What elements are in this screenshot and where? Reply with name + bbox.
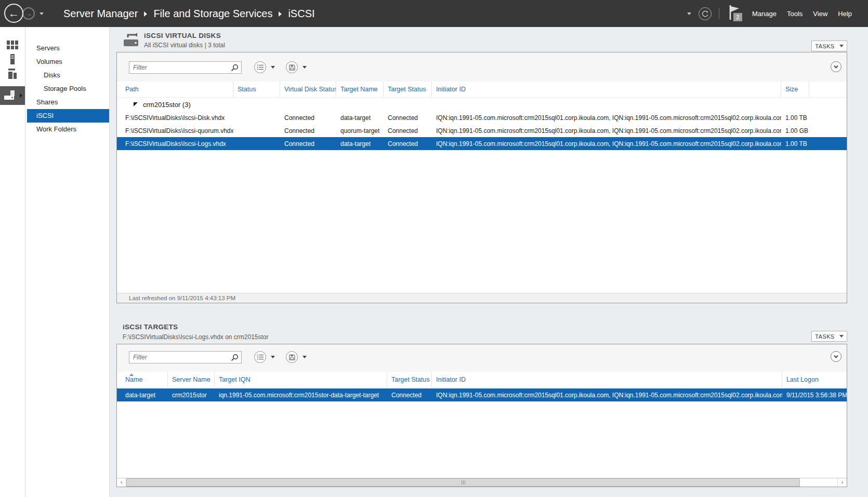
back-button[interactable]: ← bbox=[4, 4, 23, 23]
save-query-button[interactable] bbox=[286, 351, 298, 363]
scrollbar-grip-icon bbox=[465, 480, 465, 485]
scrollbar-track[interactable] bbox=[800, 478, 837, 487]
targets-panel: Name Server Name Target IQN Target Statu… bbox=[116, 344, 847, 487]
list-view-dropdown-icon[interactable] bbox=[271, 66, 275, 69]
server-manager-window: { "titlebar": { "breadcrumb": ["Server M… bbox=[0, 0, 868, 497]
refresh-button[interactable] bbox=[699, 7, 712, 20]
sort-ascending-icon bbox=[129, 373, 134, 376]
targets-tasks-button[interactable]: TASKS bbox=[811, 331, 847, 342]
filter-input[interactable] bbox=[129, 352, 232, 363]
server-group-row[interactable]: crm2015stor (3) bbox=[117, 98, 847, 111]
filter-input[interactable] bbox=[129, 62, 232, 73]
save-query-button[interactable] bbox=[286, 61, 298, 73]
dashboard-tiles-icon bbox=[7, 41, 18, 49]
cell-virtual-disk-status: Connected bbox=[280, 114, 336, 122]
cell-target-status: Connected bbox=[387, 392, 432, 399]
cell-target-iqn: iqn.1991-05.com.microsoft:crm2015stor-da… bbox=[215, 392, 387, 399]
sidebar-item-disks[interactable]: Disks bbox=[26, 69, 109, 82]
search-icon[interactable] bbox=[231, 354, 239, 361]
scroll-right-button[interactable]: › bbox=[837, 478, 847, 487]
targets-filter bbox=[129, 351, 242, 364]
local-server-icon bbox=[7, 54, 18, 64]
sidebar-item-servers[interactable]: Servers bbox=[26, 42, 109, 55]
list-view-dropdown-icon[interactable] bbox=[271, 356, 275, 358]
table-row-selected[interactable]: F:\iSCSIVirtualDisks\Iscsi-Logs.vhdx Con… bbox=[117, 137, 847, 150]
cell-virtual-disk-status: Connected bbox=[280, 127, 336, 135]
menu-tools[interactable]: Tools bbox=[787, 10, 803, 18]
scroll-left-button[interactable]: ‹ bbox=[117, 478, 126, 487]
breadcrumb-file-storage-services[interactable]: File and Storage Services bbox=[153, 8, 272, 20]
save-query-dropdown-icon[interactable] bbox=[303, 66, 307, 69]
column-header-initiator-id[interactable]: Initiator ID bbox=[432, 372, 782, 387]
breadcrumb-server-manager[interactable]: Server Manager bbox=[63, 8, 138, 20]
cell-initiator-id: IQN:iqn.1991-05.com.microsoft:crm2015sql… bbox=[432, 140, 781, 147]
column-header-path[interactable]: Path bbox=[117, 82, 233, 97]
history-dropdown-icon[interactable] bbox=[40, 12, 44, 15]
refresh-icon bbox=[701, 10, 709, 18]
collapse-panel-button[interactable] bbox=[831, 61, 841, 72]
cell-size: 1.00 TB bbox=[781, 140, 809, 147]
cell-target-status: Connected bbox=[384, 127, 432, 135]
targets-table-header: Name Server Name Target IQN Target Statu… bbox=[117, 372, 847, 387]
save-icon bbox=[289, 64, 295, 71]
targets-toolbar bbox=[117, 344, 847, 372]
forward-button[interactable]: → bbox=[22, 7, 35, 20]
collapse-panel-button[interactable] bbox=[831, 351, 841, 362]
column-header-last-logon[interactable]: Last Logon bbox=[782, 372, 847, 387]
column-header-target-status[interactable]: Target Status bbox=[387, 372, 432, 387]
scrollbar-thumb[interactable] bbox=[126, 478, 800, 487]
column-header-target-name[interactable]: Target Name bbox=[336, 82, 384, 97]
menu-help[interactable]: Help bbox=[838, 10, 852, 18]
cell-target-name: data-target bbox=[336, 114, 384, 122]
column-header-size[interactable]: Size bbox=[781, 82, 809, 97]
sidebar-item-storage-pools[interactable]: Storage Pools bbox=[26, 82, 109, 96]
column-header-server-name[interactable]: Server Name bbox=[168, 372, 215, 387]
sidebar-item-iscsi[interactable]: iSCSI bbox=[27, 109, 109, 123]
column-header-virtual-disk-status[interactable]: Virtual Disk Status bbox=[280, 82, 336, 97]
column-header-status[interactable]: Status bbox=[233, 82, 280, 97]
sidebar-icon-file-storage-services[interactable] bbox=[0, 86, 25, 105]
table-row[interactable]: F:\iSCSIVirtualDisks\Iscsi-Disk.vhdx Con… bbox=[117, 111, 847, 124]
save-query-dropdown-icon[interactable] bbox=[303, 356, 307, 358]
sidebar-icon-local-server[interactable] bbox=[0, 52, 25, 66]
breadcrumb: Server Manager File and Storage Services… bbox=[63, 0, 315, 27]
notifications-button[interactable]: 2 bbox=[727, 4, 740, 23]
column-header-name[interactable]: Name bbox=[117, 372, 168, 387]
titlebar-divider bbox=[719, 8, 719, 19]
server-dropdown-icon[interactable] bbox=[687, 12, 691, 15]
virtual-disks-filter bbox=[129, 61, 242, 74]
group-expanded-icon[interactable] bbox=[134, 102, 138, 106]
cell-target-name: quorum-target bbox=[336, 127, 384, 135]
last-refreshed-status: Last refreshed on 9/11/2015 4:43:13 PM bbox=[117, 293, 847, 303]
list-view-button[interactable] bbox=[254, 351, 266, 363]
selected-pane-arrow-icon bbox=[20, 93, 22, 98]
sidebar-icon-all-servers[interactable] bbox=[0, 66, 25, 81]
sidebar-item-work-folders[interactable]: Work Folders bbox=[26, 123, 109, 136]
search-icon[interactable] bbox=[231, 64, 239, 72]
column-header-target-status[interactable]: Target Status bbox=[384, 82, 432, 97]
scrollbar-grip-icon bbox=[463, 480, 464, 485]
table-row-selected[interactable]: data-target crm2015stor iqn.1991-05.com.… bbox=[117, 388, 847, 401]
sidebar-icon-dashboard[interactable] bbox=[0, 37, 25, 52]
sidebar-item-shares[interactable]: Shares bbox=[26, 96, 109, 109]
notification-count-badge: 2 bbox=[733, 13, 742, 21]
sidebar-item-volumes[interactable]: Volumes bbox=[26, 55, 109, 69]
all-servers-icon bbox=[7, 69, 18, 79]
list-view-icon bbox=[257, 354, 264, 360]
breadcrumb-iscsi[interactable]: iSCSI bbox=[288, 8, 314, 20]
sidebar-nav: Servers Volumes Disks Storage Pools Shar… bbox=[26, 42, 109, 136]
group-label: crm2015stor (3) bbox=[143, 101, 191, 109]
toolbar-icon-buttons bbox=[254, 351, 318, 363]
table-row[interactable]: F:\iSCSIVirtualDisks\Iscsi-quorum.vhdx C… bbox=[117, 124, 847, 137]
chevron-down-icon bbox=[839, 45, 844, 47]
list-view-icon bbox=[257, 64, 264, 70]
column-header-initiator-id[interactable]: Initiator ID bbox=[432, 82, 781, 97]
column-header-target-iqn[interactable]: Target IQN bbox=[215, 372, 387, 387]
cell-size: 1.00 TB bbox=[781, 114, 809, 122]
virtual-disks-tasks-button[interactable]: TASKS bbox=[811, 41, 847, 51]
menu-view[interactable]: View bbox=[813, 10, 827, 18]
virtual-disks-panel: Path Status Virtual Disk Status Target N… bbox=[116, 52, 847, 303]
list-view-button[interactable] bbox=[254, 61, 266, 73]
cell-initiator-id: IQN:iqn.1991-05.com.microsoft:crm2015sql… bbox=[432, 127, 781, 135]
menu-manage[interactable]: Manage bbox=[752, 10, 777, 18]
